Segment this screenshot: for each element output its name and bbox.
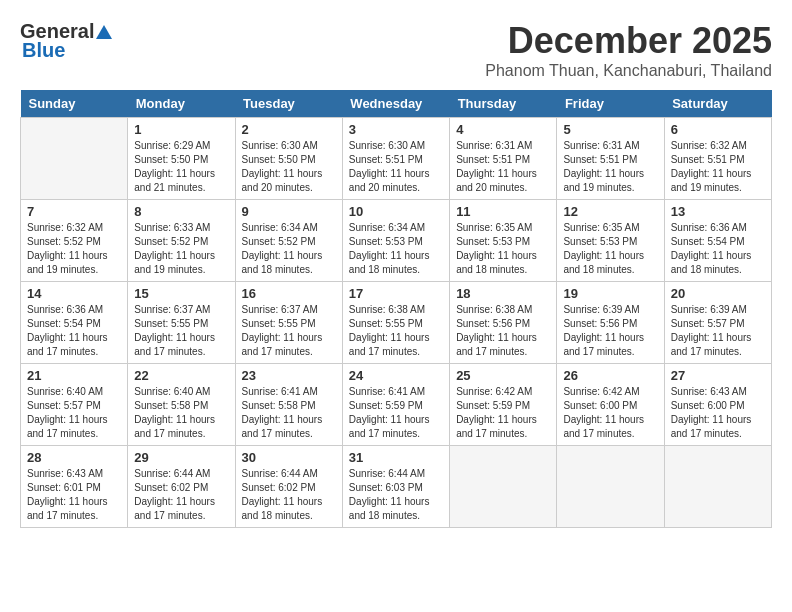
day-number: 17	[349, 286, 443, 301]
header-thursday: Thursday	[450, 90, 557, 118]
calendar-cell: 29Sunrise: 6:44 AM Sunset: 6:02 PM Dayli…	[128, 446, 235, 528]
day-number: 9	[242, 204, 336, 219]
calendar-cell	[21, 118, 128, 200]
day-info: Sunrise: 6:34 AM Sunset: 5:53 PM Dayligh…	[349, 221, 443, 277]
calendar-header-row: SundayMondayTuesdayWednesdayThursdayFrid…	[21, 90, 772, 118]
calendar-cell: 3Sunrise: 6:30 AM Sunset: 5:51 PM Daylig…	[342, 118, 449, 200]
day-info: Sunrise: 6:44 AM Sunset: 6:02 PM Dayligh…	[242, 467, 336, 523]
calendar-cell	[664, 446, 771, 528]
day-number: 8	[134, 204, 228, 219]
header-tuesday: Tuesday	[235, 90, 342, 118]
day-info: Sunrise: 6:30 AM Sunset: 5:51 PM Dayligh…	[349, 139, 443, 195]
day-number: 25	[456, 368, 550, 383]
day-info: Sunrise: 6:36 AM Sunset: 5:54 PM Dayligh…	[671, 221, 765, 277]
day-number: 27	[671, 368, 765, 383]
day-number: 19	[563, 286, 657, 301]
calendar-cell: 30Sunrise: 6:44 AM Sunset: 6:02 PM Dayli…	[235, 446, 342, 528]
calendar-cell: 28Sunrise: 6:43 AM Sunset: 6:01 PM Dayli…	[21, 446, 128, 528]
day-info: Sunrise: 6:33 AM Sunset: 5:52 PM Dayligh…	[134, 221, 228, 277]
calendar-cell: 31Sunrise: 6:44 AM Sunset: 6:03 PM Dayli…	[342, 446, 449, 528]
day-number: 12	[563, 204, 657, 219]
calendar-cell: 1Sunrise: 6:29 AM Sunset: 5:50 PM Daylig…	[128, 118, 235, 200]
day-number: 16	[242, 286, 336, 301]
page-header: General Blue December 2025 Phanom Thuan,…	[20, 20, 772, 80]
header-friday: Friday	[557, 90, 664, 118]
day-info: Sunrise: 6:41 AM Sunset: 5:59 PM Dayligh…	[349, 385, 443, 441]
week-row-5: 28Sunrise: 6:43 AM Sunset: 6:01 PM Dayli…	[21, 446, 772, 528]
calendar-cell	[557, 446, 664, 528]
calendar-cell: 14Sunrise: 6:36 AM Sunset: 5:54 PM Dayli…	[21, 282, 128, 364]
day-info: Sunrise: 6:40 AM Sunset: 5:57 PM Dayligh…	[27, 385, 121, 441]
day-number: 7	[27, 204, 121, 219]
day-number: 21	[27, 368, 121, 383]
day-info: Sunrise: 6:42 AM Sunset: 5:59 PM Dayligh…	[456, 385, 550, 441]
day-info: Sunrise: 6:39 AM Sunset: 5:56 PM Dayligh…	[563, 303, 657, 359]
day-info: Sunrise: 6:38 AM Sunset: 5:56 PM Dayligh…	[456, 303, 550, 359]
day-info: Sunrise: 6:36 AM Sunset: 5:54 PM Dayligh…	[27, 303, 121, 359]
day-info: Sunrise: 6:44 AM Sunset: 6:03 PM Dayligh…	[349, 467, 443, 523]
day-info: Sunrise: 6:30 AM Sunset: 5:50 PM Dayligh…	[242, 139, 336, 195]
day-number: 2	[242, 122, 336, 137]
day-number: 18	[456, 286, 550, 301]
day-info: Sunrise: 6:32 AM Sunset: 5:52 PM Dayligh…	[27, 221, 121, 277]
week-row-1: 1Sunrise: 6:29 AM Sunset: 5:50 PM Daylig…	[21, 118, 772, 200]
day-number: 22	[134, 368, 228, 383]
day-number: 29	[134, 450, 228, 465]
calendar-cell: 5Sunrise: 6:31 AM Sunset: 5:51 PM Daylig…	[557, 118, 664, 200]
calendar-cell: 20Sunrise: 6:39 AM Sunset: 5:57 PM Dayli…	[664, 282, 771, 364]
day-number: 13	[671, 204, 765, 219]
svg-marker-0	[96, 25, 112, 39]
calendar-subtitle: Phanom Thuan, Kanchanaburi, Thailand	[485, 62, 772, 80]
title-area: December 2025 Phanom Thuan, Kanchanaburi…	[485, 20, 772, 80]
day-number: 5	[563, 122, 657, 137]
calendar-cell: 16Sunrise: 6:37 AM Sunset: 5:55 PM Dayli…	[235, 282, 342, 364]
logo: General Blue	[20, 20, 114, 62]
day-number: 10	[349, 204, 443, 219]
week-row-4: 21Sunrise: 6:40 AM Sunset: 5:57 PM Dayli…	[21, 364, 772, 446]
calendar-cell: 26Sunrise: 6:42 AM Sunset: 6:00 PM Dayli…	[557, 364, 664, 446]
calendar-cell: 6Sunrise: 6:32 AM Sunset: 5:51 PM Daylig…	[664, 118, 771, 200]
logo-blue: Blue	[22, 39, 65, 62]
day-info: Sunrise: 6:39 AM Sunset: 5:57 PM Dayligh…	[671, 303, 765, 359]
day-info: Sunrise: 6:44 AM Sunset: 6:02 PM Dayligh…	[134, 467, 228, 523]
day-number: 6	[671, 122, 765, 137]
logo-icon	[95, 23, 113, 41]
day-info: Sunrise: 6:35 AM Sunset: 5:53 PM Dayligh…	[563, 221, 657, 277]
day-number: 3	[349, 122, 443, 137]
calendar-cell: 9Sunrise: 6:34 AM Sunset: 5:52 PM Daylig…	[235, 200, 342, 282]
calendar-cell: 22Sunrise: 6:40 AM Sunset: 5:58 PM Dayli…	[128, 364, 235, 446]
header-monday: Monday	[128, 90, 235, 118]
calendar-cell: 17Sunrise: 6:38 AM Sunset: 5:55 PM Dayli…	[342, 282, 449, 364]
calendar-cell: 15Sunrise: 6:37 AM Sunset: 5:55 PM Dayli…	[128, 282, 235, 364]
calendar-cell: 19Sunrise: 6:39 AM Sunset: 5:56 PM Dayli…	[557, 282, 664, 364]
day-number: 4	[456, 122, 550, 137]
calendar-cell: 21Sunrise: 6:40 AM Sunset: 5:57 PM Dayli…	[21, 364, 128, 446]
calendar-title: December 2025	[485, 20, 772, 62]
day-info: Sunrise: 6:37 AM Sunset: 5:55 PM Dayligh…	[242, 303, 336, 359]
day-info: Sunrise: 6:41 AM Sunset: 5:58 PM Dayligh…	[242, 385, 336, 441]
day-number: 11	[456, 204, 550, 219]
day-info: Sunrise: 6:42 AM Sunset: 6:00 PM Dayligh…	[563, 385, 657, 441]
week-row-2: 7Sunrise: 6:32 AM Sunset: 5:52 PM Daylig…	[21, 200, 772, 282]
day-info: Sunrise: 6:35 AM Sunset: 5:53 PM Dayligh…	[456, 221, 550, 277]
day-number: 26	[563, 368, 657, 383]
day-number: 31	[349, 450, 443, 465]
calendar-cell: 13Sunrise: 6:36 AM Sunset: 5:54 PM Dayli…	[664, 200, 771, 282]
calendar-cell: 2Sunrise: 6:30 AM Sunset: 5:50 PM Daylig…	[235, 118, 342, 200]
calendar-cell	[450, 446, 557, 528]
calendar-cell: 7Sunrise: 6:32 AM Sunset: 5:52 PM Daylig…	[21, 200, 128, 282]
day-number: 20	[671, 286, 765, 301]
calendar-cell: 25Sunrise: 6:42 AM Sunset: 5:59 PM Dayli…	[450, 364, 557, 446]
calendar-cell: 18Sunrise: 6:38 AM Sunset: 5:56 PM Dayli…	[450, 282, 557, 364]
calendar-table: SundayMondayTuesdayWednesdayThursdayFrid…	[20, 90, 772, 528]
week-row-3: 14Sunrise: 6:36 AM Sunset: 5:54 PM Dayli…	[21, 282, 772, 364]
day-info: Sunrise: 6:31 AM Sunset: 5:51 PM Dayligh…	[456, 139, 550, 195]
header-sunday: Sunday	[21, 90, 128, 118]
day-number: 30	[242, 450, 336, 465]
day-info: Sunrise: 6:34 AM Sunset: 5:52 PM Dayligh…	[242, 221, 336, 277]
day-info: Sunrise: 6:43 AM Sunset: 6:00 PM Dayligh…	[671, 385, 765, 441]
day-number: 23	[242, 368, 336, 383]
day-number: 1	[134, 122, 228, 137]
calendar-cell: 12Sunrise: 6:35 AM Sunset: 5:53 PM Dayli…	[557, 200, 664, 282]
day-info: Sunrise: 6:38 AM Sunset: 5:55 PM Dayligh…	[349, 303, 443, 359]
